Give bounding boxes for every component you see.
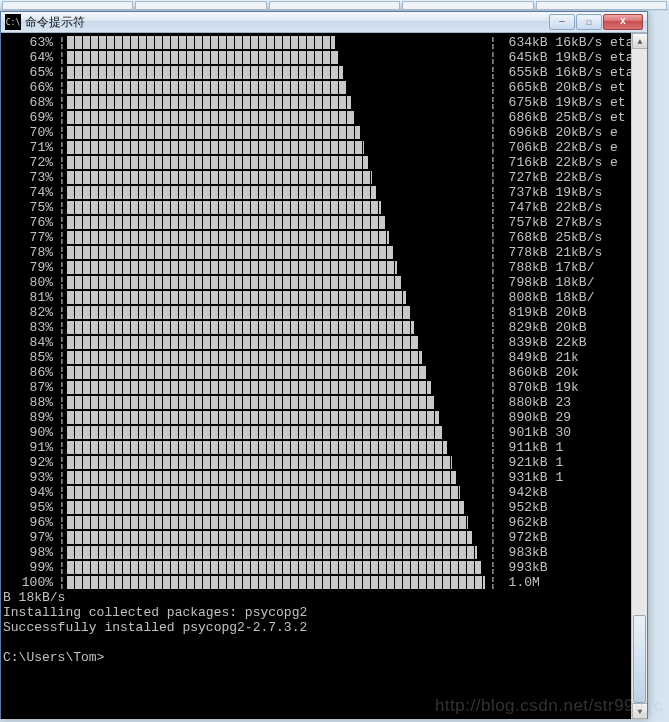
progress-line: 73%¦¦ 727kB 22kB/s xyxy=(1,170,647,185)
scroll-up-button[interactable]: ▲ xyxy=(632,33,647,49)
progress-line: 90%¦¦ 901kB 30 xyxy=(1,425,647,440)
pipe-icon: ¦ xyxy=(57,365,67,380)
pipe-icon: ¦ xyxy=(489,515,497,530)
progress-fill xyxy=(67,81,347,94)
progress-line: 85%¦¦ 849kB 21k xyxy=(1,350,647,365)
pipe-icon: ¦ xyxy=(57,275,67,290)
pipe-icon: ¦ xyxy=(57,170,67,185)
terminal-area[interactable]: 63%¦¦ 634kB 16kB/s eta64%¦¦ 645kB 19kB/s… xyxy=(1,33,647,719)
percent-label: 75% xyxy=(1,200,57,215)
pipe-icon: ¦ xyxy=(57,155,67,170)
pipe-icon: ¦ xyxy=(489,455,497,470)
pipe-icon: ¦ xyxy=(489,335,497,350)
pipe-icon: ¦ xyxy=(57,455,67,470)
progress-fill xyxy=(67,456,452,469)
progress-fill xyxy=(67,36,335,49)
pipe-icon: ¦ xyxy=(57,530,67,545)
progress-line: 99%¦¦ 993kB xyxy=(1,560,647,575)
progress-line: 83%¦¦ 829kB 20kB xyxy=(1,320,647,335)
percent-label: 91% xyxy=(1,440,57,455)
progress-line: 81%¦¦ 808kB 18kB/ xyxy=(1,290,647,305)
progress-line: 98%¦¦ 983kB xyxy=(1,545,647,560)
percent-label: 90% xyxy=(1,425,57,440)
minimize-button[interactable]: — xyxy=(549,14,575,30)
scroll-track[interactable] xyxy=(632,49,647,703)
progress-line: 88%¦¦ 880kB 23 xyxy=(1,395,647,410)
progress-fill xyxy=(67,261,397,274)
percent-label: 96% xyxy=(1,515,57,530)
scroll-down-button[interactable]: ▼ xyxy=(632,703,647,719)
pipe-icon: ¦ xyxy=(489,320,497,335)
percent-label: 98% xyxy=(1,545,57,560)
progress-stats: 747kB 22kB/s xyxy=(497,200,602,215)
pipe-icon: ¦ xyxy=(489,485,497,500)
progress-line: 82%¦¦ 819kB 20kB xyxy=(1,305,647,320)
progress-stats: 983kB xyxy=(497,545,548,560)
progress-stats: 655kB 16kB/s eta xyxy=(497,65,634,80)
progress-stats: 727kB 22kB/s xyxy=(497,170,602,185)
progress-fill xyxy=(67,231,389,244)
percent-label: 93% xyxy=(1,470,57,485)
pipe-icon: ¦ xyxy=(489,155,497,170)
pipe-icon: ¦ xyxy=(489,365,497,380)
pipe-icon: ¦ xyxy=(489,425,497,440)
progress-fill xyxy=(67,576,485,589)
percent-label: 76% xyxy=(1,215,57,230)
pipe-icon: ¦ xyxy=(57,260,67,275)
pipe-icon: ¦ xyxy=(489,200,497,215)
output-line: B 18kB/s xyxy=(1,590,647,605)
progress-stats: 931kB 1 xyxy=(497,470,563,485)
pipe-icon: ¦ xyxy=(57,560,67,575)
progress-stats: 972kB xyxy=(497,530,548,545)
progress-fill xyxy=(67,486,460,499)
progress-line: 92%¦¦ 921kB 1 xyxy=(1,455,647,470)
taskbar-tab xyxy=(536,1,667,10)
progress-line: 96%¦¦ 962kB xyxy=(1,515,647,530)
output-line: Successfully installed psycopg2-2.7.3.2 xyxy=(1,620,647,635)
close-button[interactable]: X xyxy=(603,14,643,30)
pipe-icon: ¦ xyxy=(57,575,67,590)
scroll-thumb[interactable] xyxy=(633,615,646,703)
progress-stats: 737kB 19kB/s xyxy=(497,185,602,200)
pipe-icon: ¦ xyxy=(489,305,497,320)
window-title: 命令提示符 xyxy=(25,14,548,31)
percent-label: 100% xyxy=(1,575,57,590)
terminal-lines: 63%¦¦ 634kB 16kB/s eta64%¦¦ 645kB 19kB/s… xyxy=(1,33,647,665)
progress-stats: 839kB 22kB xyxy=(497,335,587,350)
percent-label: 66% xyxy=(1,80,57,95)
pipe-icon: ¦ xyxy=(57,110,67,125)
pipe-icon: ¦ xyxy=(57,545,67,560)
prompt-line[interactable]: C:\Users\Tom> xyxy=(1,650,647,665)
pipe-icon: ¦ xyxy=(57,395,67,410)
progress-fill xyxy=(67,396,435,409)
progress-stats: 911kB 1 xyxy=(497,440,563,455)
pipe-icon: ¦ xyxy=(489,260,497,275)
progress-stats: 952kB xyxy=(497,500,548,515)
pipe-icon: ¦ xyxy=(489,545,497,560)
progress-line: 68%¦¦ 675kB 19kB/s et xyxy=(1,95,647,110)
progress-fill xyxy=(67,366,426,379)
percent-label: 63% xyxy=(1,35,57,50)
progress-fill xyxy=(67,246,393,259)
progress-line: 75%¦¦ 747kB 22kB/s xyxy=(1,200,647,215)
vertical-scrollbar[interactable]: ▲ ▼ xyxy=(631,33,647,719)
pipe-icon: ¦ xyxy=(57,230,67,245)
progress-fill xyxy=(67,216,385,229)
pipe-icon: ¦ xyxy=(57,140,67,155)
titlebar[interactable]: C:\ 命令提示符 — ☐ X xyxy=(1,12,647,33)
progress-stats: 675kB 19kB/s et xyxy=(497,95,626,110)
progress-stats: 645kB 19kB/s eta xyxy=(497,50,634,65)
taskbar-tab xyxy=(269,1,400,10)
pipe-icon: ¦ xyxy=(489,275,497,290)
pipe-icon: ¦ xyxy=(57,65,67,80)
maximize-button[interactable]: ☐ xyxy=(576,14,602,30)
pipe-icon: ¦ xyxy=(57,410,67,425)
pipe-icon: ¦ xyxy=(57,440,67,455)
progress-stats: 757kB 27kB/s xyxy=(497,215,602,230)
progress-fill xyxy=(67,411,439,424)
progress-fill xyxy=(67,471,456,484)
progress-fill xyxy=(67,516,468,529)
percent-label: 82% xyxy=(1,305,57,320)
pipe-icon: ¦ xyxy=(57,500,67,515)
percent-label: 95% xyxy=(1,500,57,515)
